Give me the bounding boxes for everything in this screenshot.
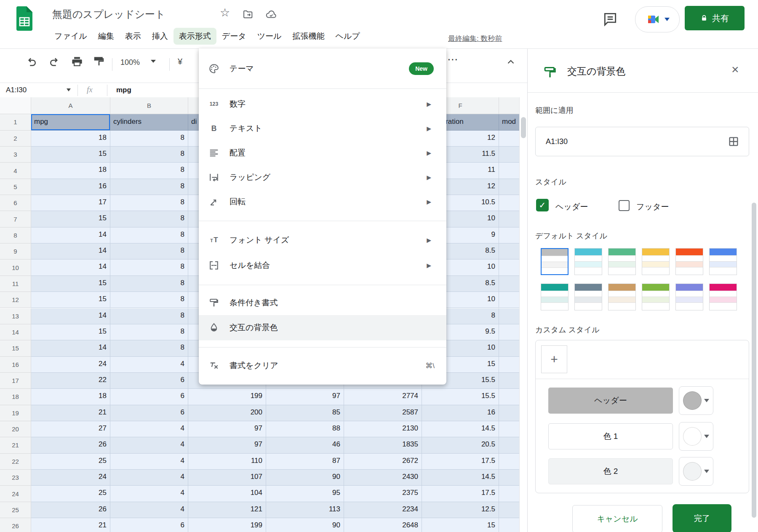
cell-A22[interactable]: 25 [31,454,110,470]
menubar-item-5[interactable]: データ [216,28,252,45]
cell-C26[interactable]: 199 [188,518,266,532]
cell-A13[interactable]: 14 [31,308,110,324]
cell-G11[interactable] [499,276,519,292]
cell-F21[interactable]: 20.5 [422,437,499,453]
cell-B7[interactable]: 8 [110,211,188,227]
cell-G8[interactable] [499,227,519,243]
default-style-pink[interactable] [709,283,737,310]
cell-B12[interactable]: 8 [110,292,188,308]
row-header-3[interactable]: 3 [0,147,31,163]
cell-B16[interactable]: 4 [110,357,188,373]
cell-D26[interactable]: 90 [266,518,344,532]
cell-D25[interactable]: 113 [266,502,344,518]
cell-G1[interactable]: mod [499,114,519,130]
cell-D19[interactable]: 85 [266,405,344,421]
row-header-21[interactable]: 21 [0,437,31,453]
cell-G16[interactable] [499,357,519,373]
cell-B21[interactable]: 4 [110,437,188,453]
cell-B1[interactable]: cylinders [110,114,188,130]
cell-F24[interactable]: 17.5 [422,486,499,502]
done-button[interactable]: 完了 [673,504,731,532]
menubar-item-4[interactable]: 表示形式 [173,28,216,45]
cell-A4[interactable]: 18 [31,163,110,179]
range-input[interactable]: A1:I30 [535,127,749,156]
default-style-gray[interactable] [541,248,568,275]
menu-item-3[interactable]: Bテキスト▶ [199,116,446,141]
cell-F22[interactable]: 17.5 [422,454,499,470]
cell-A11[interactable]: 15 [31,276,110,292]
cell-A9[interactable]: 14 [31,243,110,259]
cell-G3[interactable] [499,147,519,163]
row-header-1[interactable]: 1 [0,114,31,130]
cell-E20[interactable]: 2130 [344,421,422,437]
default-style-cyan[interactable] [574,248,602,275]
row-header-25[interactable]: 25 [0,502,31,518]
hide-menus-chevron-icon[interactable] [505,56,516,67]
menu-item-12[interactable]: 交互の背景色 [199,315,446,340]
undo-icon[interactable] [25,55,38,68]
cell-B25[interactable]: 4 [110,502,188,518]
cell-G6[interactable] [499,195,519,211]
paint-format-icon[interactable] [93,55,105,68]
menubar-item-2[interactable]: 表示 [120,28,147,45]
cell-F20[interactable]: 14.5 [422,421,499,437]
cell-G23[interactable] [499,470,519,486]
cell-B11[interactable]: 8 [110,276,188,292]
grid-corner[interactable] [0,97,31,114]
row-header-20[interactable]: 20 [0,421,31,437]
print-icon[interactable] [71,55,83,68]
panel-scrollbar-thumb[interactable] [752,203,756,518]
row-header-5[interactable]: 5 [0,179,31,195]
cell-G25[interactable] [499,502,519,518]
row-header-11[interactable]: 11 [0,276,31,292]
color-circle-1[interactable] [683,427,702,446]
default-style-purple[interactable] [675,283,703,310]
default-style-blue[interactable] [709,248,737,275]
cell-G7[interactable] [499,211,519,227]
cell-G22[interactable] [499,454,519,470]
row-header-9[interactable]: 9 [0,243,31,259]
col-header-B[interactable]: B [110,97,188,114]
cell-B20[interactable]: 4 [110,421,188,437]
default-style-green[interactable] [608,248,636,275]
cell-C21[interactable]: 97 [188,437,266,453]
row-header-8[interactable]: 8 [0,227,31,243]
cell-F26[interactable]: 15 [422,518,499,532]
row-header-16[interactable]: 16 [0,357,31,373]
cell-A17[interactable]: 22 [31,373,110,389]
cell-B9[interactable]: 8 [110,243,188,259]
menu-item-6[interactable]: 回転▶ [199,190,446,214]
row-header-18[interactable]: 18 [0,389,31,405]
cell-B13[interactable]: 8 [110,308,188,324]
row-header-26[interactable]: 26 [0,518,31,532]
grid-scrollbar-thumb[interactable] [521,117,526,138]
cell-G9[interactable] [499,243,519,259]
cell-A2[interactable]: 18 [31,131,110,147]
cell-G12[interactable] [499,292,519,308]
zoom-select[interactable]: 100% [120,58,140,67]
menu-item-0[interactable]: テーマNew [199,53,446,84]
meet-button[interactable] [635,6,680,32]
row-header-4[interactable]: 4 [0,163,31,179]
cell-B19[interactable]: 6 [110,405,188,421]
cell-G14[interactable] [499,324,519,340]
cell-E24[interactable]: 2375 [344,486,422,502]
row-header-13[interactable]: 13 [0,308,31,324]
row-header-7[interactable]: 7 [0,211,31,227]
cell-B2[interactable]: 8 [110,131,188,147]
custom-style-row-2[interactable]: 色 2 [548,458,673,484]
menu-item-2[interactable]: 123数字▶ [199,92,446,116]
meet-dropdown-caret-icon[interactable] [665,18,670,21]
cell-E18[interactable]: 2774 [344,389,422,405]
footer-checkbox[interactable] [619,200,630,211]
row-header-23[interactable]: 23 [0,470,31,486]
cell-B26[interactable]: 6 [110,518,188,532]
cell-G15[interactable] [499,340,519,356]
cell-A23[interactable]: 24 [31,470,110,486]
row-header-6[interactable]: 6 [0,195,31,211]
row-header-17[interactable]: 17 [0,373,31,389]
cell-E19[interactable]: 2587 [344,405,422,421]
cell-G5[interactable] [499,179,519,195]
cell-A3[interactable]: 15 [31,147,110,163]
custom-style-row-1[interactable]: 色 1 [548,423,673,449]
